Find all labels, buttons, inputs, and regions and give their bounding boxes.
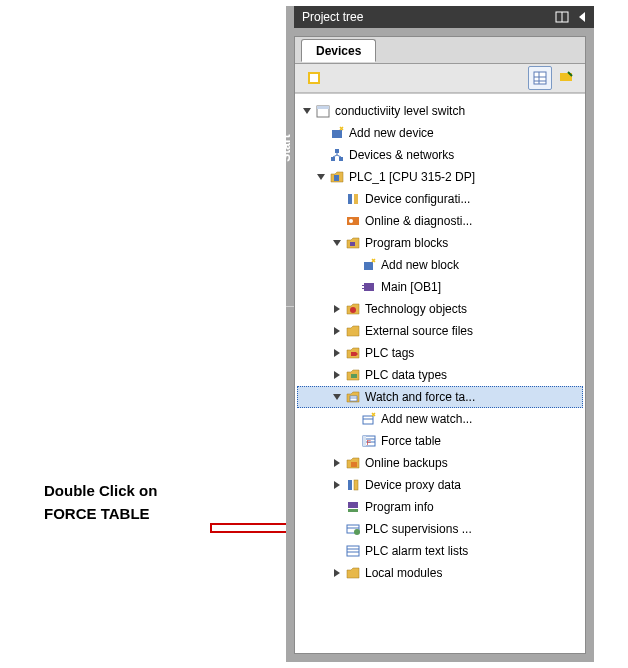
expander-closed-icon[interactable] — [331, 457, 343, 469]
tree-label: Main [OB1] — [381, 280, 441, 294]
svg-rect-27 — [351, 374, 357, 378]
svg-rect-37 — [351, 462, 357, 467]
tree-program-blocks[interactable]: Program blocks — [297, 232, 583, 254]
tree-label: Force table — [381, 434, 441, 448]
backup-folder-icon — [345, 455, 361, 471]
tree-add-watch[interactable]: Add new watch... — [297, 408, 583, 430]
svg-rect-14 — [331, 157, 335, 161]
tree-label: Device configurati... — [365, 192, 470, 206]
tree-label: Program info — [365, 500, 434, 514]
svg-rect-12 — [332, 130, 342, 138]
svg-rect-11 — [317, 106, 329, 109]
tree-add-block[interactable]: Add new block — [297, 254, 583, 276]
force-table-icon: F — [361, 433, 377, 449]
add-device-icon — [329, 125, 345, 141]
add-watch-icon — [361, 411, 377, 427]
svg-rect-45 — [347, 546, 359, 556]
tree-force-table[interactable]: F Force table — [297, 430, 583, 452]
svg-rect-30 — [363, 416, 373, 424]
panel-title-bar: Project tree — [294, 6, 594, 28]
dock-icon[interactable] — [554, 10, 570, 24]
toolbar-grid-icon[interactable] — [528, 66, 552, 90]
panel-inner: Devices conductiviity level switch — [294, 36, 586, 654]
expander-open-icon[interactable] — [331, 237, 343, 249]
toolbar-overview-icon[interactable] — [302, 66, 326, 90]
expander-closed-icon[interactable] — [331, 325, 343, 337]
tree-online-backups[interactable]: Online backups — [297, 452, 583, 474]
tree-device-proxy[interactable]: Device proxy data — [297, 474, 583, 496]
plc-folder-icon — [329, 169, 345, 185]
tree-label: Local modules — [365, 566, 442, 580]
expander-open-icon[interactable] — [315, 171, 327, 183]
tree-devices-networks[interactable]: Devices & networks — [297, 144, 583, 166]
expander-open-icon[interactable] — [331, 391, 343, 403]
svg-rect-18 — [354, 194, 358, 204]
tab-devices[interactable]: Devices — [301, 39, 376, 62]
side-tab-start[interactable]: Start — [279, 134, 293, 161]
source-folder-icon — [345, 323, 361, 339]
tree-device-config[interactable]: Device configurati... — [297, 188, 583, 210]
svg-rect-40 — [348, 502, 358, 508]
tree-main-ob1[interactable]: Main [OB1] — [297, 276, 583, 298]
svg-rect-39 — [354, 480, 358, 490]
toolbar — [295, 64, 585, 93]
tree-plc-tags[interactable]: PLC tags — [297, 342, 583, 364]
svg-rect-28 — [350, 396, 357, 401]
svg-rect-15 — [339, 157, 343, 161]
project-tree-panel: Project tree Start Devices — [286, 6, 594, 662]
tree-label: PLC tags — [365, 346, 414, 360]
tags-folder-icon — [345, 345, 361, 361]
toolbar-network-icon[interactable] — [554, 66, 578, 90]
tree-add-device[interactable]: Add new device — [297, 122, 583, 144]
tree-ext-sources[interactable]: External source files — [297, 320, 583, 342]
collapse-icon[interactable] — [574, 10, 590, 24]
tree-label: Device proxy data — [365, 478, 461, 492]
tree-label: Devices & networks — [349, 148, 454, 162]
tree-program-info[interactable]: Program info — [297, 496, 583, 518]
tree-label: Add new device — [349, 126, 434, 140]
svg-point-26 — [350, 307, 356, 313]
tree-plc-alarm[interactable]: PLC alarm text lists — [297, 540, 583, 562]
panel-resize-bar[interactable] — [286, 306, 294, 317]
ob-block-icon — [361, 279, 377, 295]
program-info-icon — [345, 499, 361, 515]
add-block-icon — [361, 257, 377, 273]
expander-open-icon[interactable] — [301, 105, 313, 117]
tech-folder-icon — [345, 301, 361, 317]
svg-rect-23 — [364, 283, 374, 291]
svg-rect-5 — [534, 72, 546, 84]
tree-online-diag[interactable]: Online & diagnosti... — [297, 210, 583, 232]
expander-closed-icon[interactable] — [331, 347, 343, 359]
project-tree[interactable]: conductiviity level switch Add new devic… — [295, 94, 585, 590]
svg-rect-41 — [348, 509, 358, 512]
tree-label: Online & diagnosti... — [365, 214, 472, 228]
tree-label: Add new block — [381, 258, 459, 272]
svg-rect-4 — [310, 74, 318, 82]
alarm-list-icon — [345, 543, 361, 559]
svg-point-20 — [349, 219, 353, 223]
tree-tech-objects[interactable]: Technology objects — [297, 298, 583, 320]
tree-label: conductiviity level switch — [335, 104, 465, 118]
diagnostics-icon — [345, 213, 361, 229]
tree-label: Online backups — [365, 456, 448, 470]
tree-local-modules[interactable]: Local modules — [297, 562, 583, 584]
svg-point-44 — [354, 529, 360, 535]
svg-rect-35 — [363, 436, 366, 446]
watch-folder-icon — [345, 389, 361, 405]
tree-plc-datatypes[interactable]: PLC data types — [297, 364, 583, 386]
instruction-annotation: Double Click on FORCE TABLE — [44, 480, 157, 525]
tree-plc-supervisions[interactable]: PLC supervisions ... — [297, 518, 583, 540]
expander-closed-icon[interactable] — [331, 479, 343, 491]
expander-closed-icon[interactable] — [331, 303, 343, 315]
expander-closed-icon[interactable] — [331, 369, 343, 381]
tree-label: PLC_1 [CPU 315-2 DP] — [349, 170, 475, 184]
tree-label: Program blocks — [365, 236, 448, 250]
expander-closed-icon[interactable] — [331, 567, 343, 579]
modules-folder-icon — [345, 565, 361, 581]
tree-plc[interactable]: PLC_1 [CPU 315-2 DP] — [297, 166, 583, 188]
device-config-icon — [345, 191, 361, 207]
tree-root[interactable]: conductiviity level switch — [297, 100, 583, 122]
svg-rect-24 — [362, 285, 365, 286]
svg-rect-21 — [350, 242, 355, 246]
tree-watch-force[interactable]: Watch and force ta... — [297, 386, 583, 408]
